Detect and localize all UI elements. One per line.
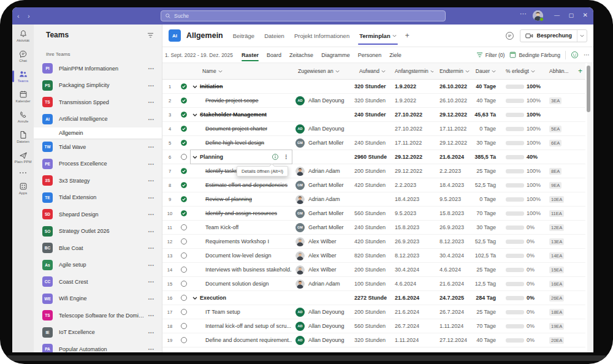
rail-item-dateien[interactable]: Dateien bbox=[12, 127, 34, 147]
task-row[interactable]: 12Requirements Workshop IAlex Wilber420 … bbox=[162, 235, 585, 249]
tab-beiträge[interactable]: Beiträge bbox=[233, 25, 254, 47]
tab-projekt-informationen[interactable]: Projekt Informationen bbox=[294, 25, 349, 47]
task-row[interactable]: 7Identify tasksAdrian Adam200 Stunden29.… bbox=[162, 164, 585, 178]
task-name-cell[interactable]: IT Team setup bbox=[191, 305, 292, 319]
grid-more-icon[interactable]: ⋯ bbox=[584, 51, 590, 58]
team-row[interactable]: TSTelescope Software for the Dominion••• bbox=[34, 307, 162, 324]
meeting-button[interactable]: Besprechung bbox=[520, 29, 587, 42]
view-tab-personen[interactable]: Personen bbox=[358, 47, 382, 63]
task-status-open-icon[interactable] bbox=[177, 319, 191, 333]
team-row[interactable]: CCCoast Crest••• bbox=[34, 273, 162, 290]
team-more-icon[interactable]: ••• bbox=[148, 330, 154, 335]
titlebar-more-icon[interactable]: ⋯ bbox=[520, 10, 527, 18]
task-row[interactable]: 6Planning⋮2960 Stunde29.12.202221.6.2024… bbox=[162, 150, 585, 164]
task-row[interactable]: 3Stakeholder Management240 Stunder27.10.… bbox=[162, 108, 585, 122]
team-more-icon[interactable]: ••• bbox=[148, 313, 154, 317]
task-status-open-icon[interactable] bbox=[177, 333, 191, 347]
rail-item-apps[interactable]: Apps bbox=[12, 178, 34, 199]
task-status-complete-icon[interactable] bbox=[177, 108, 191, 121]
task-name-cell[interactable]: Interviews with business stakehold... bbox=[191, 263, 292, 276]
task-name-cell[interactable]: Document project charter bbox=[191, 122, 292, 135]
team-more-icon[interactable]: ••• bbox=[148, 100, 154, 104]
task-name-cell[interactable]: Stakeholder Management bbox=[191, 108, 292, 121]
info-icon[interactable] bbox=[272, 153, 279, 161]
team-more-icon[interactable]: ••• bbox=[148, 178, 154, 183]
view-tab-zeitachse[interactable]: Zeitachse bbox=[289, 47, 313, 63]
task-status-complete-icon[interactable] bbox=[177, 207, 191, 220]
team-row[interactable]: TWTidal Wave••• bbox=[34, 138, 162, 156]
conditional-format-button[interactable]: Bedingte Färbung bbox=[509, 51, 560, 58]
filter-button[interactable]: Filter (0) bbox=[476, 52, 505, 58]
task-status-open-icon[interactable] bbox=[177, 263, 191, 276]
task-row[interactable]: 1Initiation320 Stunder1.9.202226.10.2022… bbox=[162, 80, 585, 94]
team-row[interactable]: SDShepard Design••• bbox=[34, 206, 162, 223]
team-row[interactable]: IEIoT Excellence••• bbox=[34, 324, 162, 341]
task-name-cell[interactable]: Review of planning bbox=[191, 192, 292, 206]
task-status-complete-icon[interactable] bbox=[177, 178, 191, 192]
task-row[interactable]: 11Team Kick-offGMGerhart Moller240 Stund… bbox=[162, 221, 585, 235]
expand-chevron-icon[interactable] bbox=[192, 156, 197, 159]
tab-terminplan[interactable]: Terminplan bbox=[359, 25, 397, 47]
column-header-assignee[interactable]: Zugewiesen an bbox=[292, 68, 353, 74]
task-name-cell[interactable]: Requirements Workshop I bbox=[191, 235, 292, 248]
column-header-start[interactable]: Anfangstermin bbox=[388, 68, 433, 74]
task-row[interactable]: 16Execution2272 Stunde21.6.202424.7.2025… bbox=[162, 291, 585, 305]
task-name-cell[interactable]: Estimate effort and dependencies bbox=[191, 178, 292, 192]
team-row[interactable]: SOStrategy Outlet 2026••• bbox=[34, 223, 162, 240]
task-name-cell[interactable]: Define and document requirement... bbox=[191, 333, 292, 347]
task-row[interactable]: 10Identify and assign resourcesGMGerhart… bbox=[162, 207, 585, 221]
task-status-open-icon[interactable] bbox=[177, 305, 191, 319]
maximize-button[interactable]: ▢ bbox=[568, 12, 574, 19]
task-row[interactable]: 15Document solution designAdrian Adam100… bbox=[162, 277, 585, 291]
task-row[interactable]: 5Define high-level designGMGerhart Molle… bbox=[162, 136, 585, 150]
column-header-dauer[interactable]: Dauer bbox=[471, 68, 497, 74]
rail-item-teams[interactable]: Teams bbox=[12, 66, 34, 86]
task-row[interactable]: 4Document project charterADAllan Deyoung… bbox=[162, 122, 585, 136]
task-name-cell[interactable]: Identify and assign resources bbox=[191, 207, 292, 220]
task-name-cell[interactable]: Initiation bbox=[191, 80, 292, 93]
team-row[interactable]: WEWifi Engine••• bbox=[34, 290, 162, 308]
team-more-icon[interactable]: ••• bbox=[148, 212, 154, 216]
task-row[interactable]: 9Review of planningAdrian Adam18.4.20239… bbox=[162, 192, 585, 207]
team-row[interactable]: TETidal Extension••• bbox=[34, 189, 162, 207]
minimize-button[interactable]: — bbox=[554, 12, 560, 19]
kebab-menu-icon[interactable]: ⋮ bbox=[283, 154, 289, 160]
team-row[interactable]: BCBlue Coat••• bbox=[34, 240, 162, 257]
tab-dateien[interactable]: Dateien bbox=[264, 25, 284, 47]
team-more-icon[interactable]: ••• bbox=[148, 117, 154, 121]
team-row[interactable]: AIArtificial Intelligence••• bbox=[34, 111, 162, 128]
team-more-icon[interactable]: ••• bbox=[148, 195, 154, 200]
filter-icon[interactable] bbox=[147, 32, 154, 38]
add-tab-button[interactable]: + bbox=[405, 31, 409, 40]
team-row[interactable]: TSTransmission Spped••• bbox=[34, 94, 162, 111]
task-name-cell[interactable]: Provide project scope bbox=[191, 94, 292, 107]
task-status-open-icon[interactable] bbox=[177, 235, 191, 248]
close-button[interactable]: ✕ bbox=[583, 12, 588, 19]
task-name-cell[interactable]: Document low-level design bbox=[191, 249, 292, 262]
team-more-icon[interactable]: ••• bbox=[148, 162, 154, 166]
team-more-icon[interactable]: ••• bbox=[148, 66, 154, 70]
rail-item-anrufe[interactable]: Anrufe bbox=[12, 107, 34, 127]
team-more-icon[interactable]: ••• bbox=[148, 145, 154, 149]
task-row[interactable]: 17IT Team setupADAllan Deyoung200 Stunde… bbox=[162, 305, 585, 319]
task-status-open-icon[interactable] bbox=[177, 221, 191, 234]
back-arrow-icon[interactable]: ‹ bbox=[17, 11, 20, 21]
task-name-cell[interactable]: Define high-level design bbox=[191, 136, 292, 150]
rail-item-plain-ppm[interactable]: Plain PPM bbox=[12, 147, 34, 167]
rail-item-aktivität[interactable]: Aktivität bbox=[12, 26, 34, 46]
team-row[interactable]: PSPackaging Simplicity••• bbox=[34, 77, 162, 94]
view-tab-board[interactable]: Board bbox=[267, 47, 281, 63]
task-status-complete-icon[interactable] bbox=[177, 80, 191, 93]
rail-item-chat[interactable]: Chat bbox=[12, 46, 34, 66]
task-status-complete-icon[interactable] bbox=[177, 94, 191, 107]
team-row[interactable]: 3S3x3 Strategy••• bbox=[34, 172, 162, 189]
task-status-complete-icon[interactable] bbox=[177, 122, 191, 135]
add-column-button[interactable]: + bbox=[568, 67, 585, 75]
team-row[interactable]: PEProcess Excellence••• bbox=[34, 156, 162, 173]
task-name-cell[interactable]: Planning⋮ bbox=[191, 150, 292, 164]
task-row[interactable]: 19Define and document requirement...ADAl… bbox=[162, 333, 585, 347]
team-more-icon[interactable]: ••• bbox=[148, 279, 154, 284]
rail-item-more[interactable] bbox=[12, 167, 34, 178]
column-header-aufwand[interactable]: Aufwand bbox=[353, 68, 388, 74]
task-name-cell[interactable]: Internal kick-off and setup of scru... bbox=[191, 319, 292, 333]
